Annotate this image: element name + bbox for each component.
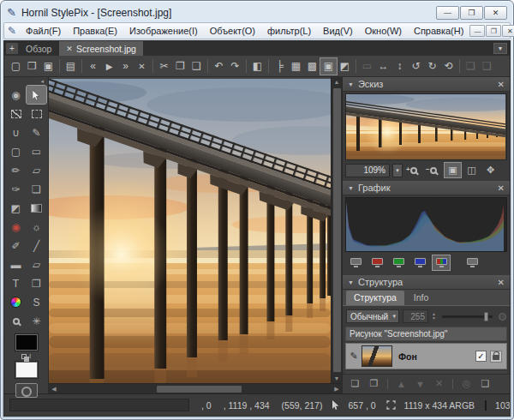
close-button[interactable]: ✕ (484, 6, 507, 20)
mdi-close-button[interactable]: ✕ (502, 25, 514, 37)
view-window-icon[interactable]: ◫ (463, 163, 480, 177)
menu-view[interactable]: Вид(V) (317, 24, 359, 38)
crop-tool[interactable]: ▭ (27, 142, 46, 160)
opacity-slider[interactable] (442, 315, 493, 318)
save-icon[interactable]: ▣ (40, 58, 57, 75)
transform-tool[interactable]: ▢ (6, 142, 26, 160)
tab-document[interactable]: ✕ Screenshot.jpg (59, 41, 143, 56)
perspective-icon[interactable]: ◩ (337, 58, 353, 75)
copy-icon[interactable]: ❐ (172, 58, 188, 75)
scroll-up-icon[interactable]: ▲ (332, 77, 343, 87)
zoom-level-field[interactable]: 109% (345, 164, 390, 177)
print-icon[interactable]: ▤ (63, 58, 79, 75)
tab-list-dropdown[interactable]: ▼ (493, 43, 507, 54)
navigator-thumbnail[interactable] (345, 93, 507, 160)
grid-icon[interactable]: ▦ (288, 58, 304, 75)
horizontal-scroll-thumb[interactable] (157, 386, 242, 393)
selection-add-icon[interactable]: ❏ (463, 58, 479, 75)
horizontal-scrollbar[interactable]: ◀ ▶ (49, 383, 342, 393)
zoom-in-icon[interactable]: + (405, 163, 422, 177)
layer-visibility-checkbox[interactable]: ✓ (475, 351, 487, 362)
flip-vertical-icon[interactable]: ↕ (391, 58, 408, 75)
rotate-180-icon[interactable]: ⟲ (440, 58, 457, 75)
thumbnail-panel-close-icon[interactable]: ✕ (498, 80, 505, 89)
styles-tool[interactable]: S (27, 293, 46, 311)
zoom-tool[interactable] (6, 312, 26, 330)
rotate-left-icon[interactable]: ↺ (408, 58, 424, 75)
layer-row-background[interactable]: ✎ Фон ✓ (345, 343, 507, 369)
channel-blue-button[interactable] (411, 255, 428, 270)
vertical-scroll-thumb[interactable] (333, 88, 341, 372)
nav-last-icon[interactable]: » (117, 58, 134, 75)
zoom-dropdown-icon[interactable]: ▼ (392, 164, 403, 177)
undo-icon[interactable]: ↶ (211, 58, 227, 75)
merge-layers-icon[interactable]: ❑ (478, 377, 493, 390)
scroll-down-icon[interactable]: ▼ (332, 374, 343, 383)
rotate-right-icon[interactable]: ↻ (424, 58, 440, 75)
selection-subtract-icon[interactable]: ❑ (479, 58, 495, 75)
marquee-rect-tool[interactable] (27, 105, 46, 123)
menu-window[interactable]: Окно(W) (359, 24, 408, 38)
redo-icon[interactable]: ↷ (227, 58, 243, 75)
paint-bucket-tool[interactable]: ◩ (6, 199, 26, 217)
channel-alpha-button[interactable] (463, 255, 481, 270)
vertical-scrollbar[interactable]: ▲ ▼ (331, 77, 342, 383)
channel-green-button[interactable] (390, 255, 407, 270)
move-layer-down-icon[interactable]: ▼ (413, 377, 427, 390)
tab-browse[interactable]: Обзор (21, 44, 57, 54)
pencil-tool[interactable]: ✏ (6, 161, 26, 179)
menu-filter[interactable]: фильтр(L) (261, 24, 317, 38)
menu-file[interactable]: Файл(F) (20, 24, 67, 38)
red-eye-tool[interactable]: ◉ (6, 218, 26, 236)
tab-structure[interactable]: Структура (346, 291, 404, 305)
layer-thumbnail[interactable] (362, 345, 392, 367)
new-file-icon[interactable]: ▢ (8, 58, 24, 75)
eraser-tool[interactable]: ▱ (27, 161, 46, 179)
tab-close-icon[interactable]: ✕ (66, 45, 73, 53)
select-arrow-tool[interactable] (27, 86, 46, 104)
open-icon[interactable]: ❒ (24, 58, 40, 75)
pen-tool[interactable]: ✎ (27, 123, 46, 141)
mdi-restore-button[interactable]: ❐ (486, 25, 501, 37)
ruler-icon[interactable]: ╞ (272, 58, 288, 75)
nav-play-icon[interactable]: ▶ (101, 58, 117, 75)
flip-horizontal-icon[interactable]: ↔ (375, 58, 391, 75)
menu-image[interactable]: Изображение(I) (123, 24, 204, 38)
channel-luminance-button[interactable] (347, 255, 364, 270)
collapse-triangle-icon[interactable]: ▼ (348, 81, 354, 87)
menu-edit[interactable]: Правка(E) (67, 24, 123, 38)
zoom-out-icon[interactable]: − (425, 163, 442, 177)
view-fullscreen-icon[interactable]: ✥ (482, 163, 499, 177)
effects-tool[interactable]: ✳ (27, 312, 46, 330)
brush-tool[interactable]: ✑ (6, 180, 26, 198)
tab-info[interactable]: Info (406, 291, 437, 305)
view-fit-icon[interactable]: ▣ (445, 163, 461, 177)
channel-red-button[interactable] (368, 255, 386, 270)
foreground-color-swatch[interactable] (15, 334, 38, 351)
shape-tool[interactable]: ▬ (6, 255, 26, 273)
layer-effects-icon[interactable]: ◎ (459, 377, 474, 390)
crop-icon[interactable]: ▭ (359, 58, 375, 75)
menu-object[interactable]: Объект(O) (204, 24, 261, 38)
structure-panel-header[interactable]: ▼ Структура ✕ (343, 275, 510, 290)
title-bar[interactable]: ✎ Hornil StylePix - [Screenshot.jpg] — ❐… (3, 3, 511, 22)
restore-button[interactable]: ❐ (460, 6, 483, 20)
swap-colors-icon[interactable] (21, 354, 27, 359)
tool-panel-collapse-icon[interactable]: ◂ (40, 78, 44, 85)
channel-rgb-button[interactable] (433, 255, 450, 270)
marquee-diagonal-tool[interactable] (6, 105, 26, 123)
opacity-slider-thumb[interactable] (484, 312, 488, 321)
grid-snap-icon[interactable]: ▩ (304, 58, 320, 75)
scroll-right-icon[interactable]: ▶ (332, 384, 342, 394)
histogram-panel-close-icon[interactable]: ✕ (498, 183, 505, 193)
new-tab-button[interactable]: + (6, 43, 18, 54)
shapes-library-tool[interactable]: ❐ (27, 274, 46, 292)
collapse-triangle-icon[interactable]: ▼ (348, 279, 354, 285)
opacity-stepper[interactable]: ▲▼ (432, 312, 436, 321)
color-picker-tool[interactable] (6, 293, 26, 311)
close-document-icon[interactable]: ✕ (134, 58, 150, 75)
panel-toggle-icon[interactable]: ◧ (249, 58, 266, 75)
minimize-button[interactable]: — (436, 6, 459, 20)
move-layer-up-icon[interactable]: ▲ (394, 377, 409, 390)
collapse-triangle-icon[interactable]: ▼ (348, 185, 354, 191)
